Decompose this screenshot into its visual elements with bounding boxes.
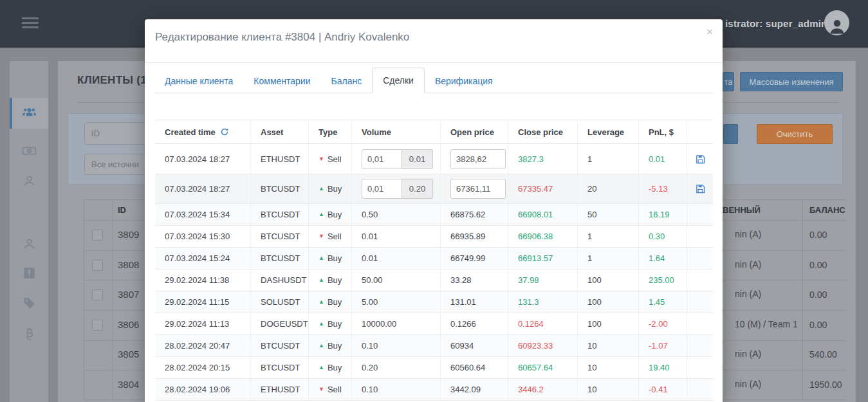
tab-client-data[interactable]: Данные клиента <box>154 69 243 93</box>
trade-pnl: -1.07 <box>639 335 687 356</box>
trade-open-price: 131.01 <box>441 291 508 313</box>
client-id: 3809 <box>118 229 139 240</box>
trade-open-price: 60560.64 <box>441 357 508 378</box>
person-icon-2 <box>22 237 37 251</box>
sidebar-item-crypto[interactable] <box>10 320 48 348</box>
trade-open-price: 60934 <box>441 335 508 356</box>
client-balance: 1950.00 <box>809 379 842 390</box>
trade-type-label: Sell <box>328 385 342 394</box>
sidebar-item-payments[interactable] <box>10 136 48 165</box>
col-pnl: PnL, $ <box>639 120 687 143</box>
trade-actions <box>687 313 713 334</box>
sidebar-item-tags[interactable] <box>10 289 48 317</box>
direction-caret-icon <box>319 255 324 261</box>
tab-comments[interactable]: Комментарии <box>243 69 320 93</box>
sidebar-item-managers[interactable] <box>10 230 48 258</box>
trade-type-label: Sell <box>328 154 342 164</box>
col-asset: Asset <box>251 120 309 143</box>
client-id: 3806 <box>118 319 139 330</box>
open-price-input[interactable] <box>450 149 506 169</box>
row-checkbox[interactable] <box>92 230 103 241</box>
trade-row: 28.02.2024 19:06 ETHUSDT Sell 0.10 3442.… <box>155 379 713 401</box>
open-price-input[interactable] <box>450 179 506 199</box>
trade-volume: 0.20 <box>352 357 441 378</box>
trade-time: 28.02.2024 20:47 <box>155 335 251 356</box>
trade-type: Sell <box>309 144 352 174</box>
trade-volume: 10000.00 <box>352 313 441 334</box>
close-icon[interactable]: × <box>703 26 716 39</box>
trade-actions <box>687 226 713 247</box>
client-responsible: nin (A) <box>735 289 761 299</box>
trade-time: 29.02.2024 11:15 <box>155 291 251 313</box>
volume-input[interactable] <box>362 149 402 169</box>
trade-type-label: Buy <box>328 341 342 351</box>
trade-leverage: 100 <box>578 313 639 334</box>
trade-row: 28.02.2024 20:15 BTCUSDT Buy 0.20 60560.… <box>155 357 713 379</box>
client-balance: 0.00 <box>809 230 827 240</box>
divider <box>145 62 723 63</box>
trade-asset: DASHUSDT <box>251 270 309 291</box>
trade-close-price: 131.3 <box>508 291 578 313</box>
trade-type-label: Buy <box>328 275 342 285</box>
trade-actions <box>687 248 713 269</box>
trade-row: 29.02.2024 11:15 SOLUSDT Buy 5.00 131.01… <box>155 291 713 313</box>
trade-asset: BTCUSDT <box>251 335 309 356</box>
trade-pnl: -5.13 <box>639 174 687 203</box>
trade-type: Buy <box>309 204 352 225</box>
trade-pnl: 1.64 <box>639 248 687 269</box>
trade-asset: ETHUSDT <box>251 379 309 400</box>
table-line <box>113 199 113 399</box>
volume-addon: 0.01 <box>402 149 433 169</box>
save-icon[interactable] <box>696 154 705 164</box>
trades-table: Created time Asset Type Volume Open pric… <box>155 120 713 401</box>
person-silhouette-icon <box>827 16 847 35</box>
user-avatar[interactable] <box>824 10 849 35</box>
save-icon[interactable] <box>696 184 705 194</box>
partial-button[interactable]: та <box>723 72 734 91</box>
volume-input[interactable] <box>362 179 402 199</box>
sidebar-item-leads[interactable] <box>10 167 48 195</box>
trade-time: 07.03.2024 18:27 <box>155 144 251 174</box>
trade-close-price: 37.98 <box>508 270 578 291</box>
direction-caret-icon <box>319 277 324 283</box>
col-type: Type <box>309 120 352 143</box>
row-checkbox[interactable] <box>92 320 103 331</box>
direction-caret-icon <box>319 212 324 217</box>
tab-verification[interactable]: Верификация <box>425 69 503 93</box>
trade-row: 07.03.2024 15:30 BTCUSDT Sell 0.01 66935… <box>155 226 713 248</box>
client-id: 3804 <box>118 379 139 390</box>
mass-edit-button[interactable]: Массовые изменения <box>740 72 843 91</box>
client-balance: 0.00 <box>809 320 827 330</box>
trade-asset: ETHUSDT <box>251 144 309 174</box>
trade-close-price: 3446.2 <box>508 379 578 400</box>
trade-open-price: 0.1266 <box>441 313 508 334</box>
filter-search-button[interactable] <box>723 124 738 144</box>
client-balance: 0.00 <box>809 260 827 270</box>
refresh-icon[interactable] <box>220 127 229 136</box>
row-checkbox[interactable] <box>92 260 103 271</box>
row-checkbox[interactable] <box>92 289 103 300</box>
sidebar-nav <box>10 61 48 402</box>
sidebar-item-business[interactable] <box>10 259 48 287</box>
trade-type: Buy <box>309 270 352 291</box>
sidebar-item-clients[interactable] <box>10 98 48 129</box>
trade-type: Sell <box>309 226 352 247</box>
filter-id-input[interactable]: ID <box>84 122 152 145</box>
table-line <box>802 199 803 399</box>
trade-asset: BTCUSDT <box>251 248 309 269</box>
trade-leverage: 10 <box>578 335 639 356</box>
trade-row: 07.03.2024 18:27 BTCUSDT Buy 0.20 67335.… <box>155 174 713 204</box>
clear-filters-button[interactable]: Очистить <box>757 124 833 144</box>
col-volume: Volume <box>352 120 441 143</box>
trade-type-label: Buy <box>328 210 342 219</box>
trade-type: Buy <box>309 313 352 334</box>
trade-actions <box>687 291 713 313</box>
trade-volume: 0.01 <box>352 226 441 247</box>
trade-type-label: Buy <box>328 253 342 263</box>
page-title: КЛИЕНТЫ (15 <box>77 74 153 87</box>
tab-trades[interactable]: Сделки <box>372 68 425 93</box>
trade-asset: BTCUSDT <box>251 174 309 203</box>
trade-row: 29.02.2024 11:38 DASHUSDT Buy 50.00 33.2… <box>155 270 713 291</box>
tab-balance[interactable]: Баланс <box>321 69 373 93</box>
hamburger-menu-icon[interactable] <box>22 17 39 30</box>
